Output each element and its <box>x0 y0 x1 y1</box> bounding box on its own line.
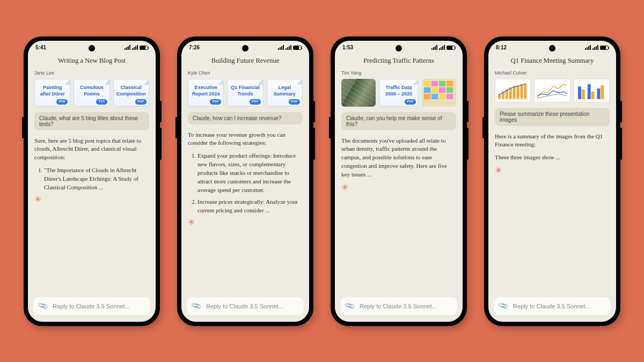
svg-rect-12 <box>597 88 600 99</box>
screen: 7:26 Building Future Revenue Kyle Chen E… <box>181 41 309 322</box>
loading-spark-icon: ✳ <box>34 195 149 204</box>
reply-placeholder: Reply to Claude 3.5 Sonnet... <box>513 303 590 309</box>
battery-icon <box>293 46 302 50</box>
conversation-title: Predicting Traffic Patterns <box>335 55 463 70</box>
loading-spark-icon: ✳ <box>188 218 303 227</box>
wifi-icon <box>592 45 598 50</box>
svg-rect-4 <box>513 86 516 99</box>
signal-icon <box>585 45 591 50</box>
user-name: Jane Lee <box>34 70 149 76</box>
attachment-file[interactable]: Executive Report 2024PDF <box>188 79 224 107</box>
status-time: 5:41 <box>35 45 46 50</box>
phone-mockup: 8:12 Q1 Finance Meeting Summary Michael … <box>484 36 620 326</box>
phone-mockup: 7:26 Building Future Revenue Kyle Chen E… <box>177 36 313 326</box>
attachment-icon[interactable]: 📎 <box>344 300 355 312</box>
file-badge: PDF <box>289 99 300 105</box>
loading-spark-icon: ✳ <box>341 183 456 192</box>
wifi-icon <box>439 45 445 50</box>
signal-icon <box>278 45 284 50</box>
svg-rect-5 <box>517 85 519 99</box>
user-prompt: Claude, can you help me make sense of th… <box>341 112 456 130</box>
attachment-chart[interactable] <box>495 79 531 102</box>
attachment-file[interactable]: Painting after DürerPDF <box>34 79 70 107</box>
screen: 1:53 Predicting Traffic Patterns Tim Yan… <box>335 41 463 322</box>
svg-rect-11 <box>591 91 594 99</box>
attachment-chart[interactable] <box>574 79 610 102</box>
reply-input[interactable]: 📎 Reply to Claude 3.5 Sonnet... <box>187 297 304 315</box>
phone-mockup: 5:41 Writing a New Blog Post Jane Lee Pa… <box>24 36 160 326</box>
attachment-icon[interactable]: 📎 <box>37 300 48 312</box>
battery-icon <box>140 46 148 50</box>
screen: 8:12 Q1 Finance Meeting Summary Michael … <box>488 41 616 322</box>
attachment-chart[interactable] <box>534 79 570 102</box>
loading-spark-icon: ✳ <box>495 166 610 175</box>
assistant-response: Sure, here are 5 blog post topics that r… <box>34 137 149 193</box>
attachment-file[interactable]: Cumulous PoemsTXT <box>74 79 109 107</box>
file-badge: PDF <box>210 99 221 105</box>
status-time: 8:12 <box>496 45 507 50</box>
svg-rect-7 <box>524 83 526 99</box>
wifi-icon <box>286 45 291 50</box>
file-badge: PDF <box>405 99 416 105</box>
file-badge: PDF <box>250 99 261 105</box>
attachment-image[interactable] <box>422 79 456 107</box>
reply-input[interactable]: 📎 Reply to Claude 3.5 Sonnet... <box>33 297 150 315</box>
file-badge: PDF <box>56 99 68 105</box>
attachment-file[interactable]: Classical CompositionPDF <box>113 79 149 107</box>
conversation-title: Q1 Finance Meeting Summary <box>488 55 616 70</box>
file-badge: TXT <box>96 99 107 105</box>
svg-rect-10 <box>587 84 590 99</box>
svg-rect-6 <box>521 84 523 99</box>
attachment-file[interactable]: Q1 Financial TrendsPDF <box>227 79 263 107</box>
assistant-response: To increase your revenue growth you can … <box>188 131 303 215</box>
signal-icon <box>125 45 130 50</box>
assistant-response: The documents you've uploaded all relate… <box>341 137 456 180</box>
attachment-icon[interactable]: 📎 <box>191 300 202 312</box>
attachment-file[interactable]: Traffic Data 2000 – 2020PDF <box>379 79 419 107</box>
attachment-file[interactable]: Legal SummaryPDF <box>267 79 303 107</box>
signal-icon <box>431 45 437 50</box>
wifi-icon <box>132 45 138 50</box>
battery-icon <box>447 46 455 50</box>
conversation-title: Building Future Revenue <box>181 55 309 70</box>
svg-rect-9 <box>582 90 585 99</box>
status-time: 7:26 <box>189 45 200 50</box>
user-prompt: Claude, how can I increase revenue? <box>188 112 303 124</box>
reply-placeholder: Reply to Claude 3.5 Sonnet... <box>53 303 130 309</box>
user-name: Tim Yang <box>341 70 456 76</box>
file-badge: PDF <box>135 99 147 105</box>
reply-placeholder: Reply to Claude 3.5 Sonnet... <box>206 303 283 309</box>
reply-input[interactable]: 📎 Reply to Claude 3.5 Sonnet... <box>340 297 457 315</box>
user-prompt: Claude, what are 5 blog titles about the… <box>34 112 149 130</box>
assistant-response: Here is a summary of the images from the… <box>495 132 610 162</box>
battery-icon <box>600 46 609 50</box>
reply-placeholder: Reply to Claude 3.5 Sonnet... <box>360 303 437 309</box>
user-name: Michael Culver <box>495 70 610 76</box>
attachment-icon[interactable]: 📎 <box>497 300 509 312</box>
phone-mockup: 1:53 Predicting Traffic Patterns Tim Yan… <box>331 36 467 326</box>
conversation-title: Writing a New Blog Post <box>28 55 156 70</box>
reply-input[interactable]: 📎 Reply to Claude 3.5 Sonnet... <box>494 297 611 315</box>
user-name: Kyle Chen <box>188 70 303 76</box>
screen: 5:41 Writing a New Blog Post Jane Lee Pa… <box>28 41 156 322</box>
attachment-image[interactable] <box>341 79 376 107</box>
user-prompt: Please summarize these presentation imag… <box>495 108 610 126</box>
svg-rect-8 <box>578 86 581 99</box>
status-time: 1:53 <box>342 45 353 50</box>
